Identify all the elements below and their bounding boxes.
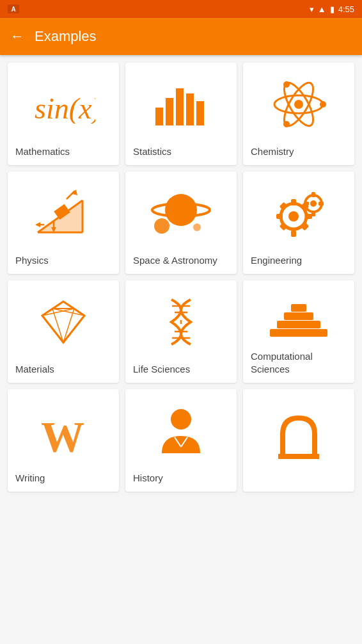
writing-label: Writing xyxy=(8,467,52,492)
svg-rect-33 xyxy=(291,230,296,237)
page-title: Examples xyxy=(35,28,97,45)
svg-point-8 xyxy=(294,100,303,109)
history-icon-area xyxy=(125,389,237,467)
svg-rect-7 xyxy=(196,101,204,125)
space-icon xyxy=(146,188,216,239)
physics-icon-area xyxy=(8,172,119,249)
category-card-space[interactable]: Space & Astronomy xyxy=(125,172,237,274)
writing-icon: W xyxy=(38,405,89,456)
svg-rect-4 xyxy=(166,98,173,125)
svg-line-54 xyxy=(52,309,63,342)
gears-icon xyxy=(267,188,331,239)
category-card-writing[interactable]: W Writing xyxy=(8,389,119,492)
svg-point-14 xyxy=(283,121,290,127)
unknown-label xyxy=(243,479,258,492)
svg-rect-35 xyxy=(306,214,312,219)
unknown-icon-area xyxy=(243,389,354,479)
svg-line-49 xyxy=(42,316,63,342)
svg-text:sin(x): sin(x) xyxy=(35,92,95,124)
life-sciences-icon-area xyxy=(125,280,237,358)
svg-rect-32 xyxy=(291,199,296,205)
svg-point-28 xyxy=(154,218,169,234)
svg-text:A: A xyxy=(11,6,15,13)
svg-marker-46 xyxy=(42,302,84,342)
category-card-mathematics[interactable]: sin(x) Mathematics xyxy=(8,63,119,165)
svg-rect-36 xyxy=(279,202,288,211)
svg-rect-43 xyxy=(311,211,315,216)
category-card-life-sciences[interactable]: Life Sciences xyxy=(125,280,237,383)
app-icon: A xyxy=(8,4,19,13)
category-card-engineering[interactable]: Engineering xyxy=(243,172,354,274)
math-label: Mathematics xyxy=(8,140,77,166)
status-bar-left: A xyxy=(8,4,19,13)
chemistry-label: Chemistry xyxy=(243,140,302,166)
stats-icon-area xyxy=(125,63,237,140)
physics-label: Physics xyxy=(8,249,56,275)
writing-icon-area: W xyxy=(8,389,119,467)
category-card-chemistry[interactable]: Chemistry xyxy=(243,63,354,165)
svg-point-26 xyxy=(165,194,197,226)
life-sciences-label: Life Sciences xyxy=(125,358,198,383)
chemistry-icon-area xyxy=(243,63,354,140)
svg-rect-63 xyxy=(270,329,327,337)
svg-rect-42 xyxy=(311,192,315,197)
dna-icon xyxy=(155,296,207,348)
svg-rect-65 xyxy=(284,312,313,320)
status-bar-right: ▾ ▲ ▮ 4:55 xyxy=(310,4,354,14)
svg-rect-6 xyxy=(186,93,194,125)
svg-rect-64 xyxy=(277,321,320,328)
category-card-statistics[interactable]: Statistics xyxy=(125,63,237,165)
svg-line-50 xyxy=(63,316,84,342)
materials-icon-area xyxy=(8,280,119,358)
stats-icon xyxy=(152,82,210,127)
category-card-history[interactable]: History xyxy=(125,389,237,492)
category-card-materials[interactable]: Materials xyxy=(8,280,119,383)
computational-label: Computational Sciences xyxy=(243,345,354,383)
person-icon xyxy=(155,405,207,456)
category-card-computational[interactable]: Computational Sciences xyxy=(243,280,354,383)
category-card-physics[interactable]: Physics xyxy=(8,172,119,274)
svg-point-41 xyxy=(310,200,317,207)
space-label: Space & Astronomy xyxy=(125,249,225,275)
svg-rect-34 xyxy=(276,214,283,219)
history-label: History xyxy=(125,467,171,492)
svg-point-12 xyxy=(320,101,326,108)
svg-point-29 xyxy=(193,223,201,231)
engineering-label: Engineering xyxy=(243,249,310,275)
space-icon-area xyxy=(125,172,237,249)
svg-text:W: W xyxy=(41,412,84,456)
atom-icon xyxy=(270,79,327,130)
back-button[interactable]: ← xyxy=(10,29,24,44)
svg-rect-5 xyxy=(176,88,184,125)
category-grid: sin(x) Mathematics Statistics xyxy=(0,55,362,499)
battery-icon: ▮ xyxy=(330,4,334,14)
diamond-icon xyxy=(35,296,92,348)
svg-point-31 xyxy=(288,211,299,221)
time-display: 4:55 xyxy=(338,4,354,14)
math-icon: sin(x) xyxy=(31,85,95,124)
engineering-icon-area xyxy=(243,172,354,249)
svg-point-13 xyxy=(283,81,290,88)
app-bar: ← Examples xyxy=(0,18,362,55)
computational-icon-area xyxy=(243,280,354,345)
materials-label: Materials xyxy=(8,358,62,383)
status-bar: A ▾ ▲ ▮ 4:55 xyxy=(0,0,362,18)
stats-label: Statistics xyxy=(125,140,179,166)
pyramid-icon xyxy=(267,294,331,339)
physics-icon xyxy=(31,188,95,239)
signal-icon: ▲ xyxy=(318,4,326,14)
arch-icon xyxy=(273,412,324,463)
svg-line-24 xyxy=(67,191,75,199)
svg-marker-23 xyxy=(35,222,40,227)
svg-rect-39 xyxy=(279,223,288,231)
svg-rect-66 xyxy=(291,304,306,312)
math-icon-area: sin(x) xyxy=(8,63,119,140)
svg-point-68 xyxy=(171,409,191,430)
svg-rect-45 xyxy=(319,202,324,205)
svg-line-55 xyxy=(63,309,74,342)
wifi-icon: ▾ xyxy=(310,4,314,14)
svg-rect-44 xyxy=(304,202,309,205)
category-card-unknown[interactable] xyxy=(243,389,354,492)
svg-rect-3 xyxy=(155,108,163,125)
